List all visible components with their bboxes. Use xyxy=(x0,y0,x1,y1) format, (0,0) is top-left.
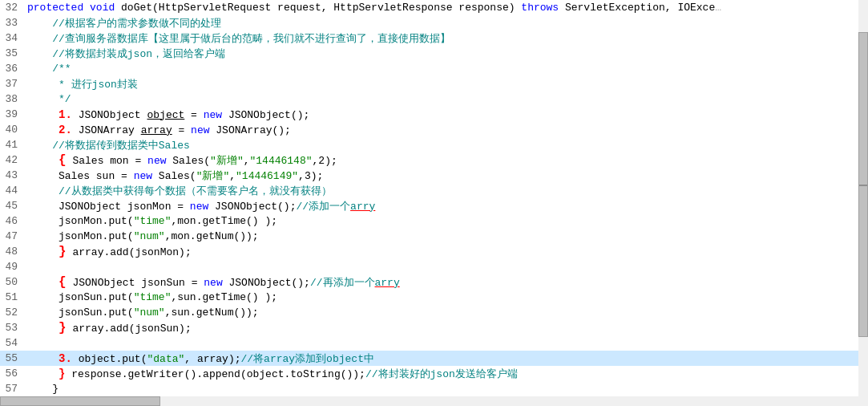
line-content-45: JSONObject jsonMon = new JSONObject();//… xyxy=(27,199,868,213)
code-line-43: 43 Sales sun = new Sales("新增","14446149"… xyxy=(0,168,868,183)
line-num-32: 32 xyxy=(3,2,27,14)
code-line-33: 33 //根据客户的需求参数做不同的处理 xyxy=(0,15,868,30)
line-num-39: 39 xyxy=(3,108,27,120)
line-content-55: 3. object.put("data", array);//将array添加到… xyxy=(27,351,868,366)
line-num-49: 49 xyxy=(3,261,27,273)
line-num-33: 33 xyxy=(3,17,27,29)
line-content-44: //从数据类中获得每个数据（不需要客户名，就没有获得） xyxy=(27,184,868,198)
line-content-43: Sales sun = new Sales("新增","14446149",3)… xyxy=(27,168,868,183)
line-content-49 xyxy=(27,261,868,273)
line-content-47: jsonMon.put("num",mon.getNum()); xyxy=(27,230,868,242)
code-editor: 32 protected void doGet(HttpServletReque… xyxy=(0,0,868,406)
line-content-33: //根据客户的需求参数做不同的处理 xyxy=(27,16,868,30)
line-content-54 xyxy=(27,337,868,349)
line-num-38: 38 xyxy=(3,93,27,105)
code-line-40: 40 2. JSONArray array = new JSONArray(); xyxy=(0,122,868,137)
code-line-54: 54 xyxy=(0,335,868,351)
code-line-52: 52 jsonSun.put("num",sun.getNum()); xyxy=(0,305,868,320)
scrollbar-thumb-h[interactable] xyxy=(0,396,160,406)
code-line-53: 53 } array.add(jsonSun); xyxy=(0,320,868,335)
line-num-50: 50 xyxy=(3,276,27,288)
line-num-44: 44 xyxy=(3,185,27,197)
line-content-50: { JSONObject jsonSun = new JSONObject();… xyxy=(27,275,868,290)
code-line-37: 37 * 进行json封装 xyxy=(0,76,868,91)
vertical-scrollbar[interactable] xyxy=(858,0,868,406)
code-line-32: 32 protected void doGet(HttpServletReque… xyxy=(0,0,868,15)
line-num-46: 46 xyxy=(3,215,27,227)
horizontal-scrollbar[interactable] xyxy=(0,396,858,406)
line-content-38: */ xyxy=(27,93,868,105)
code-line-48: 48 } array.add(jsonMon); xyxy=(0,244,868,259)
line-content-36: /** xyxy=(27,63,868,75)
code-line-44: 44 //从数据类中获得每个数据（不需要客户名，就没有获得） xyxy=(0,183,868,198)
scrollbar-tick xyxy=(859,185,867,186)
line-num-43: 43 xyxy=(3,169,27,181)
line-num-36: 36 xyxy=(3,63,27,75)
line-num-45: 45 xyxy=(3,200,27,212)
code-line-55: 55 3. object.put("data", array);//将array… xyxy=(0,351,868,366)
line-content-57: } xyxy=(27,383,868,395)
line-num-52: 52 xyxy=(3,307,27,319)
line-content-51: jsonSun.put("time",sun.getTime() ); xyxy=(27,291,868,303)
line-num-56: 56 xyxy=(3,367,27,380)
line-content-41: //将数据传到数据类中Sales xyxy=(27,138,868,152)
line-content-37: * 进行json封装 xyxy=(27,77,868,91)
code-line-51: 51 jsonSun.put("time",sun.getTime() ); xyxy=(0,290,868,305)
line-content-39: 1. JSONObject object = new JSONObject(); xyxy=(27,108,868,121)
code-line-46: 46 jsonMon.put("time",mon.getTime() ); xyxy=(0,213,868,229)
line-num-40: 40 xyxy=(3,124,27,136)
line-num-57: 57 xyxy=(3,383,27,395)
code-line-41: 41 //将数据传到数据类中Sales xyxy=(0,137,868,152)
code-line-36: 36 /** xyxy=(0,61,868,76)
line-content-53: } array.add(jsonSun); xyxy=(27,321,868,335)
code-line-56: 56 } response.getWriter().append(object.… xyxy=(0,366,868,381)
code-line-38: 38 */ xyxy=(0,91,868,107)
code-line-35: 35 //将数据封装成json，返回给客户端 xyxy=(0,46,868,61)
line-content-40: 2. JSONArray array = new JSONArray(); xyxy=(27,124,868,136)
code-lines: 32 protected void doGet(HttpServletReque… xyxy=(0,0,868,406)
line-num-35: 35 xyxy=(3,47,27,59)
code-line-45: 45 JSONObject jsonMon = new JSONObject()… xyxy=(0,198,868,213)
code-line-39: 39 1. JSONObject object = new JSONObject… xyxy=(0,107,868,122)
line-num-42: 42 xyxy=(3,154,27,166)
line-num-34: 34 xyxy=(3,32,27,44)
code-line-34: 34 //查询服务器数据库【这里属于做后台的范畴，我们就不进行查询了，直接使用数… xyxy=(0,30,868,46)
line-content-48: } array.add(jsonMon); xyxy=(27,245,868,259)
code-line-50: 50 { JSONObject jsonSun = new JSONObject… xyxy=(0,274,868,290)
line-num-48: 48 xyxy=(3,246,27,258)
line-num-53: 53 xyxy=(3,322,27,334)
code-line-47: 47 jsonMon.put("num",mon.getNum()); xyxy=(0,229,868,244)
line-content-34: //查询服务器数据库【这里属于做后台的范畴，我们就不进行查询了，直接使用数据】 xyxy=(27,31,868,46)
code-line-57: 57 } xyxy=(0,381,868,396)
code-line-42: 42 { Sales mon = new Sales("新增","1444614… xyxy=(0,152,868,168)
line-num-37: 37 xyxy=(3,78,27,90)
line-content-56: } response.getWriter().append(object.toS… xyxy=(27,367,868,381)
line-content-32: protected void doGet(HttpServletRequest … xyxy=(27,2,868,14)
line-num-54: 54 xyxy=(3,337,27,349)
line-num-47: 47 xyxy=(3,230,27,242)
line-num-41: 41 xyxy=(3,139,27,151)
line-num-55: 55 xyxy=(3,352,27,364)
code-line-49: 49 xyxy=(0,259,868,274)
line-num-51: 51 xyxy=(3,291,27,303)
line-content-42: { Sales mon = new Sales("新增","14446148",… xyxy=(27,153,868,168)
line-content-52: jsonSun.put("num",sun.getNum()); xyxy=(27,307,868,319)
line-content-46: jsonMon.put("time",mon.getTime() ); xyxy=(27,215,868,227)
line-content-35: //将数据封装成json，返回给客户端 xyxy=(27,47,868,61)
